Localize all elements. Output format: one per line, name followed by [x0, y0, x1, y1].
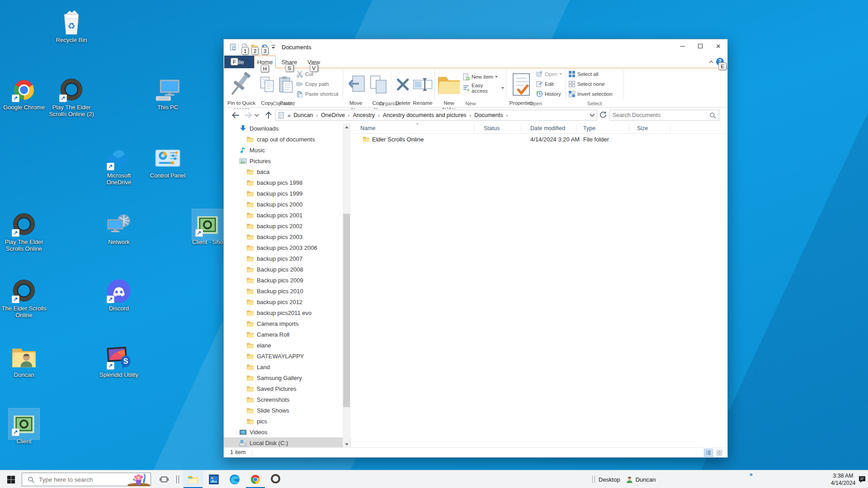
- paste-button[interactable]: Paste: [277, 69, 295, 100]
- column-header-status[interactable]: Status: [484, 125, 500, 131]
- breadcrumb-item[interactable]: OneDrive ›: [319, 112, 351, 118]
- start-button[interactable]: [0, 470, 22, 488]
- file-row[interactable]: Elder Scrolls Online 4/14/2024 3:20 AM F…: [352, 135, 727, 145]
- nav-item[interactable]: backup pics 2001: [224, 210, 351, 221]
- title-bar[interactable]: Documents 1 2 3 ✕: [224, 39, 727, 56]
- nav-item[interactable]: Backup pics 2009: [224, 275, 351, 286]
- edit-button[interactable]: Edit: [536, 79, 563, 89]
- toolbar-grip[interactable]: [592, 476, 595, 483]
- taskbar-search-input[interactable]: [38, 476, 127, 483]
- nav-item[interactable]: Music: [224, 145, 351, 156]
- up-button[interactable]: [264, 110, 274, 120]
- nav-item[interactable]: Land: [224, 361, 351, 372]
- desktop-icon[interactable]: ↗ Microsoft OneDrive: [95, 145, 143, 186]
- nav-item[interactable]: backup pics 2007: [224, 253, 351, 264]
- tray-icon[interactable]: [776, 476, 786, 483]
- nav-item[interactable]: Saved Pictures: [224, 383, 351, 394]
- taskbar-app-button[interactable]: [224, 470, 245, 488]
- breadcrumb-item[interactable]: Ancestry ›: [351, 112, 381, 118]
- refresh-icon[interactable]: [599, 111, 607, 119]
- tray-icon[interactable]: [816, 476, 826, 483]
- ribbon-tab[interactable]: Share S: [278, 56, 300, 68]
- action-center-icon[interactable]: [858, 475, 866, 483]
- search-icon[interactable]: [709, 112, 716, 119]
- history-button[interactable]: History: [536, 89, 565, 99]
- properties-button[interactable]: Properties: [509, 69, 534, 100]
- new-item-button[interactable]: New item: [462, 72, 501, 82]
- breadcrumb-chevron[interactable]: ›: [505, 113, 509, 118]
- nav-item[interactable]: backup pics 1998: [224, 178, 351, 188]
- taskbar-app-button[interactable]: [183, 470, 203, 488]
- file-list-pane[interactable]: ⌃ Name Status Date modified Type Size El…: [352, 122, 727, 447]
- desktop-icon[interactable]: ↗ The Elder Scrolls Online: [0, 278, 48, 319]
- tab-file[interactable]: File F: [224, 56, 254, 68]
- address-dropdown-chevron[interactable]: [589, 112, 596, 119]
- large-icons-view-button[interactable]: [715, 449, 724, 457]
- desktop-toolbar-label[interactable]: Desktop: [599, 476, 620, 483]
- search-highlight-image[interactable]: [127, 473, 151, 486]
- select-none-button[interactable]: Select none: [568, 79, 618, 89]
- copy-button[interactable]: Copy: [258, 69, 276, 100]
- column-header-size[interactable]: Size: [637, 125, 648, 131]
- copy-to-button[interactable]: Copyto: [368, 69, 389, 100]
- task-view-button[interactable]: [156, 470, 172, 488]
- new-folder-button[interactable]: Newfolder: [437, 69, 461, 100]
- tray-icon[interactable]: [763, 476, 773, 483]
- breadcrumb-chevron[interactable]: ›: [468, 113, 473, 118]
- nav-item[interactable]: crap out of documents: [224, 134, 351, 145]
- desktop-icon[interactable]: ↗ Client: [0, 411, 48, 445]
- nav-item[interactable]: Backup pics 2008: [224, 264, 351, 275]
- nav-item[interactable]: pics: [224, 416, 351, 427]
- column-header-name[interactable]: Name: [360, 125, 375, 131]
- easy-access-button[interactable]: Easy access: [462, 83, 504, 93]
- desktop-icon[interactable]: ↗ Play The Elder Scrolls Online (2): [47, 77, 95, 117]
- taskbar-app-button[interactable]: [203, 470, 224, 488]
- details-view-button[interactable]: [704, 449, 713, 457]
- delete-button[interactable]: Delete: [394, 69, 412, 100]
- collapse-ribbon-icon[interactable]: [708, 59, 714, 65]
- desktop-icon[interactable]: ↗ This PC: [144, 77, 192, 111]
- nav-item[interactable]: Local Disk (C:): [224, 437, 351, 448]
- desktop-icon[interactable]: S ↗ Splendid Utility: [95, 345, 143, 378]
- tray-icon[interactable]: [802, 476, 812, 483]
- breadcrumb-chevron[interactable]: ›: [347, 113, 351, 118]
- nav-item[interactable]: backup pics 1999: [224, 188, 351, 199]
- qat-customize-chevron-icon[interactable]: [271, 43, 276, 51]
- forward-button[interactable]: [243, 110, 253, 120]
- nav-item[interactable]: backup pics 2003: [224, 232, 351, 243]
- nav-item[interactable]: backup pics 2012: [224, 297, 351, 308]
- column-header-date-modified[interactable]: Date modified: [530, 125, 565, 131]
- paste-shortcut-button[interactable]: Paste shortcut: [296, 89, 343, 99]
- pin-to-quick-access-button[interactable]: Pin to Quickaccess: [226, 69, 257, 100]
- desktop-icon[interactable]: ↗ Control Panel: [144, 145, 192, 179]
- breadcrumb-chevron[interactable]: ›: [377, 113, 381, 118]
- nav-item[interactable]: baca: [224, 167, 351, 178]
- breadcrumb-item[interactable]: Ancestry documents and pictures ›: [381, 112, 473, 118]
- recent-locations-chevron[interactable]: [254, 110, 260, 120]
- nav-item[interactable]: Camera Roll: [224, 329, 351, 340]
- nav-item[interactable]: Pictures: [224, 156, 351, 167]
- close-button[interactable]: ✕: [709, 39, 727, 53]
- desktop-icon[interactable]: ↗ Network: [95, 212, 143, 245]
- tray-icon[interactable]: [789, 476, 799, 483]
- scroll-up-arrow[interactable]: [343, 123, 350, 131]
- cut-button[interactable]: Cut: [296, 69, 341, 79]
- nav-item[interactable]: Downloads: [224, 123, 351, 134]
- breadcrumb-item[interactable]: Duncan ›: [292, 112, 319, 118]
- column-header-type[interactable]: Type: [583, 125, 595, 131]
- file-name[interactable]: Elder Scrolls Online: [372, 136, 424, 143]
- nav-item[interactable]: elane: [224, 340, 351, 351]
- nav-item[interactable]: Videos: [224, 427, 351, 437]
- taskbar-app-button[interactable]: [245, 470, 266, 488]
- ribbon-tab[interactable]: View V: [303, 56, 325, 68]
- nav-item[interactable]: Screenshots: [224, 394, 351, 405]
- breadcrumb-chevron[interactable]: ›: [315, 113, 319, 118]
- taskbar-search[interactable]: [22, 473, 151, 486]
- nav-item[interactable]: Slide Shows: [224, 405, 351, 416]
- desktop-icon[interactable]: ↗ Duncan: [0, 345, 48, 378]
- toolbar-overflow-chevron[interactable]: »: [750, 471, 753, 478]
- nav-scrollbar[interactable]: [343, 123, 350, 448]
- taskbar-clock[interactable]: 3:38 AM 4/14/2024: [829, 472, 857, 487]
- desktop-icon[interactable]: ↗ Play The Elder Scrolls Online: [0, 212, 48, 252]
- maximize-button[interactable]: [691, 39, 709, 53]
